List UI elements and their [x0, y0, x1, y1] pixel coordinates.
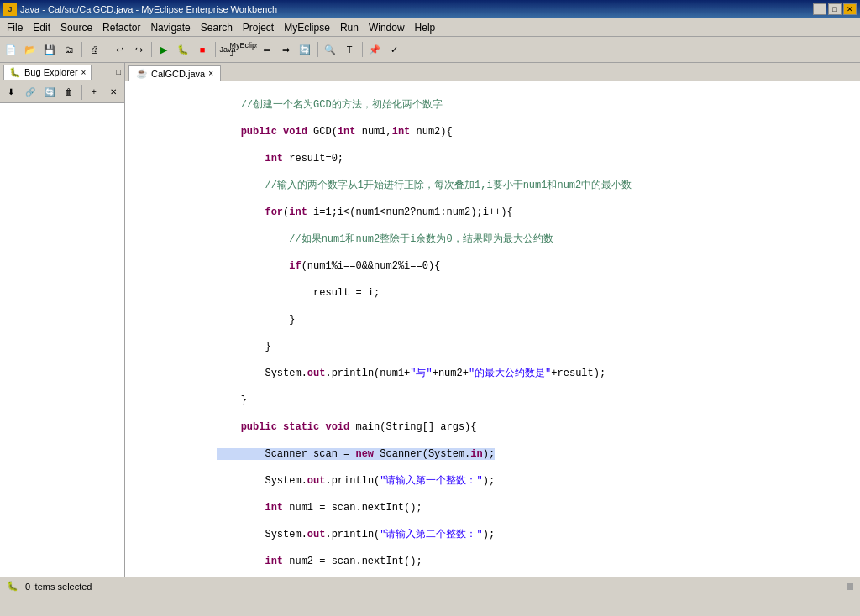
refresh-panel-button[interactable]: 🔄 [40, 83, 59, 102]
menu-file[interactable]: File [2, 18, 28, 36]
collapse-all-button[interactable]: ⬇ [2, 83, 20, 102]
panel-header: 🐛 Bug Explorer × _ □ [0, 63, 124, 81]
toolbar-row-2: ⬅ ➡ 🔄 🔍 T 📌 ✓ [257, 39, 403, 60]
right-panel: ☕ CalGCD.java × _ □ //创建一个名为GCD的方法，初始化两个… [125, 63, 860, 577]
editor-tab-bar: ☕ CalGCD.java × _ □ [125, 63, 860, 81]
statusbar: 🐛 0 items selected [0, 577, 860, 595]
menu-run[interactable]: Run [335, 18, 364, 36]
print-button[interactable]: 🖨 [85, 40, 103, 59]
marker-button[interactable]: 📌 [365, 40, 384, 59]
panel-minimize-icon[interactable]: _ [111, 68, 115, 76]
stop-button[interactable]: ■ [193, 40, 212, 59]
menu-search[interactable]: Search [196, 18, 238, 36]
panel-maximize-icon[interactable]: □ [117, 68, 121, 76]
close-panel-button[interactable]: ✕ [104, 83, 123, 102]
back-button[interactable]: ⬅ [257, 40, 275, 59]
bug-explorer-tab[interactable]: 🐛 Bug Explorer × [3, 65, 92, 80]
debug-button[interactable]: 🐛 [174, 40, 192, 59]
sep-panel [79, 83, 84, 102]
bug-explorer-label: Bug Explorer [24, 67, 78, 77]
open-type-button[interactable]: T [340, 40, 359, 59]
redo-button[interactable]: ↪ [129, 40, 148, 59]
menu-myeclipse[interactable]: MyEclipse [279, 18, 335, 36]
menu-project[interactable]: Project [238, 18, 279, 36]
bug-explorer-close[interactable]: × [81, 68, 87, 77]
undo-button[interactable]: ↩ [110, 40, 128, 59]
java-file-icon: ☕ [136, 68, 148, 79]
toolbar-row-1: 📄 📂 💾 🗂 🖨 ↩ ↪ ▶ 🐛 ■ Java MyEclipse J [2, 39, 256, 60]
panel-toolbar: ⬇ 🔗 🔄 🗑 + ✕ [0, 81, 124, 103]
status-bug-icon: 🐛 [7, 581, 18, 592]
toolbar-area: 📄 📂 💾 🗂 🖨 ↩ ↪ ▶ 🐛 ■ Java MyEclipse J ⬅ ➡… [0, 37, 860, 63]
search-file-button[interactable]: 🔍 [321, 40, 339, 59]
editor-tab-label: CalGCD.java [151, 69, 205, 79]
clear-panel-button[interactable]: 🗑 [60, 83, 78, 102]
window-controls: _ □ ✕ [813, 3, 857, 15]
sep4 [212, 40, 218, 59]
app-icon: J [3, 3, 17, 16]
code-editor: //创建一个名为GCD的方法，初始化两个数字 public void GCD(i… [125, 81, 860, 577]
menu-edit[interactable]: Edit [28, 18, 55, 36]
refresh-button[interactable]: 🔄 [296, 40, 314, 59]
sep3 [149, 40, 154, 59]
maximize-button[interactable]: □ [828, 3, 842, 15]
sep1 [79, 40, 84, 59]
menu-source[interactable]: Source [55, 18, 97, 36]
bug-icon: 🐛 [9, 67, 21, 78]
menubar: File Edit Source Refactor Navigate Searc… [0, 18, 860, 37]
sep5 [315, 40, 320, 59]
bug-explorer-content [0, 103, 124, 577]
link-editor-button[interactable]: 🔗 [21, 83, 39, 102]
save-button[interactable]: 💾 [40, 40, 59, 59]
open-button[interactable]: 📂 [21, 40, 39, 59]
minimize-button[interactable]: _ [813, 3, 826, 15]
titlebar: J Java - Cal/src/CalGCD.java - MyEclipse… [0, 0, 860, 18]
run-button[interactable]: ▶ [155, 40, 173, 59]
editor-area-wrapper: ☕ CalGCD.java × _ □ //创建一个名为GCD的方法，初始化两个… [125, 63, 860, 577]
save-all-button[interactable]: 🗂 [60, 40, 78, 59]
editor-tab-close[interactable]: × [208, 69, 213, 78]
menu-navigate[interactable]: Navigate [145, 18, 195, 36]
close-button[interactable]: ✕ [843, 3, 857, 15]
menu-help[interactable]: Help [410, 18, 441, 36]
menu-refactor[interactable]: Refactor [97, 18, 145, 36]
sep2 [104, 40, 109, 59]
task-button[interactable]: ✓ [385, 40, 403, 59]
forward-button[interactable]: ➡ [276, 40, 295, 59]
status-message: 0 items selected [25, 582, 92, 592]
menu-window[interactable]: Window [364, 18, 410, 36]
resize-grip[interactable] [847, 583, 853, 590]
left-panel: 🐛 Bug Explorer × _ □ ⬇ 🔗 🔄 🗑 + ✕ [0, 63, 125, 577]
new-button[interactable]: 📄 [2, 40, 20, 59]
window-title: Java - Cal/src/CalGCD.java - MyEclipse E… [20, 4, 813, 14]
sep6 [359, 40, 364, 59]
editor-tab-calgcd[interactable]: ☕ CalGCD.java × [128, 65, 221, 81]
code-text[interactable]: //创建一个名为GCD的方法，初始化两个数字 public void GCD(i… [125, 81, 860, 577]
myeclipse-btn[interactable]: MyEclipse J [238, 40, 256, 59]
expand-all-button[interactable]: + [85, 83, 103, 102]
